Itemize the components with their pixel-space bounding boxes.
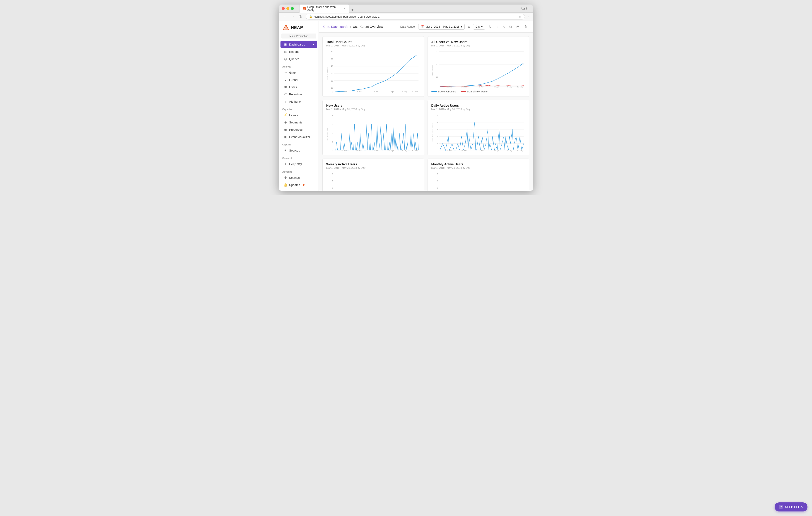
sidebar-item-users[interactable]: ⚉ Users bbox=[281, 84, 317, 90]
address-bar-container: ← → ↻ 🔒 localhost:8000/app/dashboard/Use… bbox=[279, 13, 533, 21]
svg-text:3: 3 bbox=[437, 187, 438, 189]
by-label: by bbox=[467, 25, 470, 28]
env-badge[interactable]: Main: Production bbox=[281, 33, 316, 38]
sidebar-item-properties[interactable]: ◉ Properties bbox=[281, 126, 317, 133]
sidebar-item-attribution-label: Attribution bbox=[289, 100, 302, 103]
sidebar-item-segments[interactable]: ◈ Segments bbox=[281, 119, 317, 126]
sidebar-item-reports-label: Reports bbox=[289, 50, 299, 54]
svg-text:30: 30 bbox=[331, 72, 333, 75]
dashboards-icon: ⊞ bbox=[284, 42, 287, 46]
svg-text:23. Apr: 23. Apr bbox=[493, 86, 499, 88]
date-range-label: Date Range: bbox=[400, 25, 415, 28]
bookmark-icon[interactable]: ☆ bbox=[519, 15, 522, 18]
updates-notification-dot bbox=[303, 184, 304, 186]
chart-weekly-active-users: Weekly Active Users Mar 1, 2018 - May 31… bbox=[322, 158, 424, 191]
sidebar-item-updates[interactable]: 🔔 Updates bbox=[281, 181, 317, 188]
legend-label-all-users: Size of All Users bbox=[438, 90, 456, 93]
sidebar-item-funnel[interactable]: ⋎ Funnel bbox=[281, 76, 317, 83]
forward-button[interactable]: → bbox=[290, 14, 296, 19]
minimize-button[interactable] bbox=[286, 7, 289, 10]
main-header: Core Dashboards › User Count Overview Da… bbox=[319, 21, 533, 33]
app-name: HEAP bbox=[291, 25, 303, 30]
chart-subtitle-monthly-active-users: Mar 1, 2018 - May 31, 2018 by Day bbox=[431, 166, 526, 169]
back-button[interactable]: ← bbox=[282, 14, 288, 19]
refresh-button[interactable]: ↻ bbox=[488, 24, 493, 30]
close-button[interactable] bbox=[282, 7, 285, 10]
svg-text:26. Mar: 26. Mar bbox=[356, 150, 362, 152]
svg-marker-0 bbox=[303, 8, 305, 9]
settings-icon: ⚙ bbox=[284, 176, 287, 179]
export-button[interactable]: ⬒ bbox=[516, 24, 520, 30]
sidebar-item-sources[interactable]: ✦ Sources bbox=[281, 147, 317, 154]
chevron-down-icon: ▾ bbox=[313, 43, 314, 46]
sidebar-item-queries[interactable]: ◎ Queries bbox=[281, 56, 317, 62]
users-icon: ⚉ bbox=[284, 85, 287, 89]
svg-text:60: 60 bbox=[436, 51, 438, 53]
sidebar-item-heap-sql[interactable]: ≡ Heap SQL bbox=[281, 161, 317, 168]
svg-text:7. May: 7. May bbox=[402, 150, 407, 152]
svg-text:2: 2 bbox=[437, 135, 438, 138]
svg-text:3: 3 bbox=[437, 128, 438, 130]
active-tab[interactable]: Heap | Mobile and Web Analy… ✕ bbox=[299, 4, 349, 13]
sidebar-item-users-label: Users bbox=[289, 85, 297, 89]
sidebar-item-graph[interactable]: 〜 Graph bbox=[281, 69, 317, 76]
breadcrumb-parent-link[interactable]: Core Dashboards bbox=[323, 25, 348, 29]
sidebar-item-event-visualizer[interactable]: ▣ Event Visualizer bbox=[281, 133, 317, 140]
svg-text:Size of Segment: Size of Segment bbox=[432, 65, 434, 76]
new-tab-button[interactable]: + bbox=[349, 6, 356, 13]
svg-text:0: 0 bbox=[332, 91, 333, 93]
day-label: Day bbox=[475, 25, 480, 28]
copy-button[interactable]: ⧉ bbox=[509, 24, 513, 30]
svg-text:4: 4 bbox=[437, 121, 438, 123]
retention-icon: ↺ bbox=[284, 92, 287, 96]
sidebar-item-reports[interactable]: ▦ Reports bbox=[281, 48, 317, 55]
internal-icon: ⊘ bbox=[284, 190, 287, 191]
chart-subtitle-daily-active-users: Mar 1, 2018 - May 31, 2018 by Day bbox=[431, 108, 526, 111]
svg-text:4: 4 bbox=[332, 114, 333, 116]
breadcrumb-current: User Count Overview bbox=[353, 25, 383, 29]
sidebar-item-attribution[interactable]: ↑ Attribution bbox=[281, 98, 317, 105]
svg-text:50: 50 bbox=[331, 58, 333, 60]
sidebar-item-retention[interactable]: ↺ Retention bbox=[281, 91, 317, 98]
day-picker[interactable]: Day ▾ bbox=[473, 24, 485, 30]
maximize-button[interactable] bbox=[291, 7, 294, 10]
header-actions: Date Range: 📅 Mar 1, 2018 – May 31, 2018… bbox=[400, 24, 528, 30]
day-chevron: ▾ bbox=[481, 25, 483, 28]
sidebar-item-dashboards[interactable]: ⊞ Dashboards ▾ bbox=[281, 41, 317, 48]
chart-title-weekly-active-users: Weekly Active Users bbox=[326, 162, 420, 166]
svg-text:4: 4 bbox=[332, 180, 333, 182]
sources-icon: ✦ bbox=[284, 149, 287, 152]
date-range-picker[interactable]: 📅 Mar 1, 2018 – May 31, 2018 ▾ bbox=[418, 24, 465, 30]
chart-title-daily-active-users: Daily Active Users bbox=[431, 104, 526, 108]
reload-button[interactable]: ↻ bbox=[298, 14, 303, 19]
svg-text:2: 2 bbox=[332, 132, 333, 134]
chart-subtitle-total-user-count: Mar 1, 2018 - May 31, 2018 by Day bbox=[326, 44, 420, 47]
sidebar-item-settings[interactable]: ⚙ Settings bbox=[281, 174, 317, 181]
tab-close-icon[interactable]: ✕ bbox=[344, 7, 346, 10]
sidebar-item-events[interactable]: ⚡ Events bbox=[281, 112, 317, 118]
queries-icon: ◎ bbox=[284, 57, 287, 61]
svg-text:7. May: 7. May bbox=[402, 91, 407, 93]
traffic-lights bbox=[282, 7, 294, 10]
add-button[interactable]: + bbox=[495, 24, 499, 29]
dashboard-grid: Total User Count Mar 1, 2018 - May 31, 2… bbox=[319, 33, 533, 191]
chart-svg-monthly: 5 4 3 2 1 bbox=[431, 172, 526, 191]
chart-svg-weekly: 5 4 3 2 1 bbox=[326, 172, 420, 191]
browser-menu-icon[interactable]: ⋮ bbox=[527, 15, 530, 18]
sidebar-item-internal[interactable]: ⊘ Internal bbox=[281, 189, 317, 191]
svg-text:12. Mar: 12. Mar bbox=[446, 86, 452, 88]
svg-text:23. Apr: 23. Apr bbox=[388, 150, 394, 152]
url-text: localhost:8000/app/dashboard/User-Count-… bbox=[314, 15, 518, 18]
home-button[interactable]: ⌂ bbox=[502, 24, 506, 29]
app-logo: HEAP bbox=[279, 21, 319, 33]
chart-area-monthly-active-users: 5 4 3 2 1 bbox=[431, 172, 526, 191]
svg-text:5: 5 bbox=[332, 173, 333, 175]
svg-text:0: 0 bbox=[437, 86, 438, 88]
svg-text:9. Apr: 9. Apr bbox=[374, 150, 378, 152]
svg-text:9. Apr: 9. Apr bbox=[479, 86, 484, 88]
delete-button[interactable]: 🗑 bbox=[523, 24, 528, 29]
chart-title-total-user-count: Total User Count bbox=[326, 40, 420, 44]
sidebar-item-event-viz-label: Event Visualizer bbox=[289, 135, 310, 139]
url-bar[interactable]: 🔒 localhost:8000/app/dashboard/User-Coun… bbox=[306, 14, 525, 20]
sidebar-item-internal-label: Internal bbox=[289, 190, 299, 191]
